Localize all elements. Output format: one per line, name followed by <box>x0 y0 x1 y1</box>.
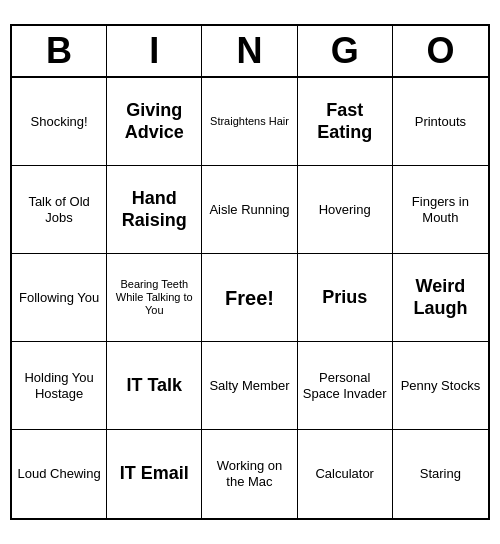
bingo-cell-22: Working on the Mac <box>202 430 297 518</box>
bingo-cell-5: Talk of Old Jobs <box>12 166 107 254</box>
bingo-cell-20: Loud Chewing <box>12 430 107 518</box>
bingo-cell-13: Prius <box>298 254 393 342</box>
bingo-cell-11: Bearing Teeth While Talking to You <box>107 254 202 342</box>
bingo-cell-10: Following You <box>12 254 107 342</box>
bingo-cell-0: Shocking! <box>12 78 107 166</box>
bingo-grid: Shocking!Giving AdviceStraightens HairFa… <box>12 78 488 518</box>
bingo-cell-23: Calculator <box>298 430 393 518</box>
bingo-cell-17: Salty Member <box>202 342 297 430</box>
bingo-cell-8: Hovering <box>298 166 393 254</box>
bingo-card: BINGO Shocking!Giving AdviceStraightens … <box>10 24 490 520</box>
header-letter-b: B <box>12 26 107 76</box>
header-letter-n: N <box>202 26 297 76</box>
bingo-cell-9: Fingers in Mouth <box>393 166 488 254</box>
bingo-cell-3: Fast Eating <box>298 78 393 166</box>
bingo-cell-16: IT Talk <box>107 342 202 430</box>
bingo-cell-2: Straightens Hair <box>202 78 297 166</box>
bingo-cell-19: Penny Stocks <box>393 342 488 430</box>
bingo-cell-7: Aisle Running <box>202 166 297 254</box>
bingo-cell-12: Free! <box>202 254 297 342</box>
bingo-cell-6: Hand Raising <box>107 166 202 254</box>
header-letter-i: I <box>107 26 202 76</box>
header-letter-o: O <box>393 26 488 76</box>
bingo-cell-4: Printouts <box>393 78 488 166</box>
bingo-cell-21: IT Email <box>107 430 202 518</box>
bingo-cell-1: Giving Advice <box>107 78 202 166</box>
bingo-cell-24: Staring <box>393 430 488 518</box>
header-letter-g: G <box>298 26 393 76</box>
bingo-cell-15: Holding You Hostage <box>12 342 107 430</box>
bingo-header: BINGO <box>12 26 488 78</box>
bingo-cell-14: Weird Laugh <box>393 254 488 342</box>
bingo-cell-18: Personal Space Invader <box>298 342 393 430</box>
